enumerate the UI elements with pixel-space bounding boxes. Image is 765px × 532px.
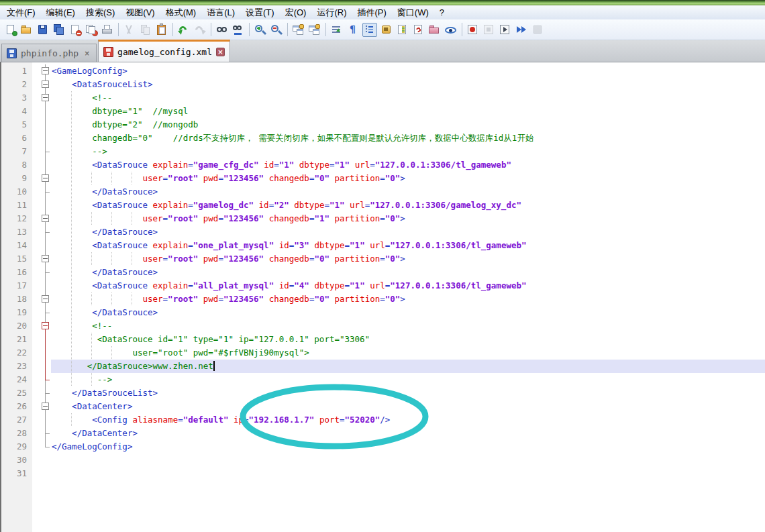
line-number: 31 bbox=[1, 467, 32, 480]
sync-vertical-icon[interactable] bbox=[292, 23, 305, 36]
fold-toggle[interactable] bbox=[32, 400, 51, 413]
code-line: 7 --> bbox=[1, 145, 765, 158]
save-all-icon[interactable] bbox=[52, 23, 66, 36]
menu-item-macro[interactable]: 宏(O) bbox=[280, 7, 312, 19]
close-icon[interactable] bbox=[68, 23, 82, 36]
code-text[interactable] bbox=[51, 454, 765, 467]
code-text[interactable]: --> bbox=[51, 373, 765, 386]
sync-horizontal-icon[interactable] bbox=[308, 23, 321, 36]
code-text[interactable]: user="root" pwd="123456" changedb="0" pa… bbox=[51, 292, 765, 306]
code-text[interactable]: </DataSrouce> bbox=[51, 225, 765, 239]
fold-toggle[interactable] bbox=[32, 292, 51, 306]
zoom-out-icon[interactable] bbox=[270, 23, 283, 36]
code-text[interactable]: --> bbox=[51, 145, 765, 158]
menu-item-run[interactable]: 运行(R) bbox=[311, 7, 352, 19]
fold-margin bbox=[32, 131, 51, 145]
line-number: 30 bbox=[1, 454, 32, 467]
record-macro-icon[interactable] bbox=[466, 23, 480, 36]
line-number: 12 bbox=[1, 212, 32, 225]
code-text[interactable]: <DataCenter> bbox=[51, 400, 765, 413]
tab-phpinfo.php[interactable]: phpinfo.php× bbox=[1, 44, 97, 62]
fold-toggle[interactable] bbox=[32, 64, 51, 78]
replace-icon[interactable] bbox=[232, 23, 245, 36]
fold-toggle[interactable] bbox=[32, 319, 51, 333]
fold-margin bbox=[32, 279, 51, 292]
code-text[interactable]: dbtype="1" //mysql bbox=[51, 105, 765, 118]
code-text[interactable]: <DataSrouce explain="one_plat_mysql" id=… bbox=[51, 239, 765, 252]
open-file-icon[interactable] bbox=[20, 23, 34, 36]
menu-item-window[interactable]: 窗口(W) bbox=[392, 7, 434, 19]
code-text[interactable]: </DataSrouce> bbox=[51, 266, 765, 279]
menu-item-language[interactable]: 语言(L) bbox=[201, 7, 240, 19]
fold-toggle[interactable] bbox=[32, 91, 51, 105]
menu-item-plugins[interactable]: 插件(P) bbox=[352, 7, 391, 19]
zoom-in-icon[interactable] bbox=[254, 23, 267, 36]
code-line: 10 </DataSrouce> bbox=[1, 185, 765, 199]
print-icon[interactable] bbox=[101, 23, 114, 36]
code-text[interactable]: changedb="0" //drds不支持切库， 需要关闭切库，如果不配置则是… bbox=[51, 131, 765, 145]
code-text[interactable]: <DataSrouce explain="game_cfg_dc" id="1"… bbox=[51, 158, 765, 172]
code-line: 8 <DataSrouce explain="game_cfg_dc" id="… bbox=[1, 158, 765, 172]
doc-map-icon[interactable] bbox=[396, 23, 409, 36]
fold-margin bbox=[32, 386, 51, 400]
line-number: 13 bbox=[1, 225, 32, 239]
code-line: 15 user="root" pwd="123456" changedb="0"… bbox=[1, 252, 765, 266]
code-text[interactable]: <Config aliasname="default" ip="192.168.… bbox=[51, 413, 765, 427]
code-text[interactable]: user="root" pwd="123456" changedb="0" pa… bbox=[51, 252, 765, 266]
menu-item-search[interactable]: 搜索(S) bbox=[81, 7, 120, 19]
code-text[interactable]: user="root" pwd="#$rfVBNji90mysql"> bbox=[51, 346, 765, 360]
run-macro-multi-icon[interactable] bbox=[515, 23, 528, 36]
undo-icon[interactable] bbox=[177, 23, 191, 36]
paste-icon[interactable] bbox=[155, 23, 168, 36]
menu-item-settings[interactable]: 设置(T) bbox=[240, 7, 280, 19]
folder-workspace-icon[interactable] bbox=[428, 23, 442, 36]
code-text[interactable]: <GameLogConfig> bbox=[51, 64, 765, 78]
close-all-icon[interactable] bbox=[85, 23, 98, 36]
user-dialog-icon[interactable] bbox=[380, 23, 393, 36]
code-text[interactable]: <!-- bbox=[51, 91, 765, 105]
play-macro-icon[interactable] bbox=[499, 23, 512, 36]
new-file-icon[interactable] bbox=[4, 23, 17, 36]
tab-close-icon[interactable]: × bbox=[216, 48, 225, 56]
code-text[interactable]: </DataSrouceList> bbox=[51, 386, 765, 400]
find-icon[interactable] bbox=[215, 23, 229, 36]
line-number: 14 bbox=[1, 239, 32, 252]
code-text[interactable] bbox=[51, 467, 765, 480]
word-wrap-icon[interactable] bbox=[330, 23, 344, 36]
fold-toggle[interactable] bbox=[32, 212, 51, 225]
code-text[interactable]: </DataSrouce>www.zhen.net bbox=[51, 360, 765, 373]
menu-item-edit[interactable]: 编辑(E) bbox=[41, 7, 81, 19]
function-list-icon[interactable] bbox=[412, 23, 425, 36]
code-text[interactable]: user="root" pwd="123456" changedb="0" pa… bbox=[51, 172, 765, 185]
save-icon[interactable] bbox=[36, 23, 50, 36]
menu-item-help[interactable]: ? bbox=[434, 7, 450, 17]
code-text[interactable]: </DataSrouce> bbox=[51, 185, 765, 199]
fold-margin bbox=[32, 306, 51, 319]
menu-item-format[interactable]: 格式(M) bbox=[160, 7, 202, 19]
fold-margin bbox=[32, 454, 51, 467]
fold-toggle[interactable] bbox=[32, 252, 51, 266]
tab-gamelog_config.xml[interactable]: gamelog_config.xml× bbox=[98, 40, 230, 62]
monitoring-icon[interactable] bbox=[444, 23, 458, 36]
fold-margin bbox=[32, 440, 51, 454]
show-all-chars-icon[interactable] bbox=[346, 23, 360, 36]
tab-label: phpinfo.php bbox=[21, 48, 79, 58]
code-text[interactable]: user="root" pwd="123456" changedb="1" pa… bbox=[51, 212, 765, 225]
code-text[interactable]: </DataSrouce> bbox=[51, 306, 765, 319]
menu-item-file[interactable]: 文件(F) bbox=[1, 7, 41, 19]
code-text[interactable]: <DataSrouceList> bbox=[51, 78, 765, 91]
code-text[interactable]: dbtype="2" //mongodb bbox=[51, 118, 765, 131]
fold-toggle[interactable] bbox=[32, 172, 51, 185]
code-text[interactable]: <DataSrouce id="1" type="1" ip="127.0.0.… bbox=[51, 333, 765, 346]
indent-guide-icon[interactable] bbox=[362, 23, 377, 37]
tab-close-icon[interactable]: × bbox=[83, 49, 91, 58]
code-text[interactable]: <DataSrouce explain="gamelog_dc" id="2" … bbox=[51, 199, 765, 212]
fold-toggle[interactable] bbox=[32, 78, 51, 91]
code-line: 31 bbox=[1, 467, 765, 480]
code-text[interactable]: </GameLogConfig> bbox=[51, 440, 765, 454]
code-text[interactable]: <DataSrouce explain="all_plat_mysql" id=… bbox=[51, 279, 765, 292]
menu-item-view[interactable]: 视图(V) bbox=[120, 7, 160, 19]
code-line: 4 dbtype="1" //mysql bbox=[1, 105, 765, 118]
code-text[interactable]: </DataCenter> bbox=[51, 427, 765, 440]
code-text[interactable]: <!-- bbox=[51, 319, 765, 333]
